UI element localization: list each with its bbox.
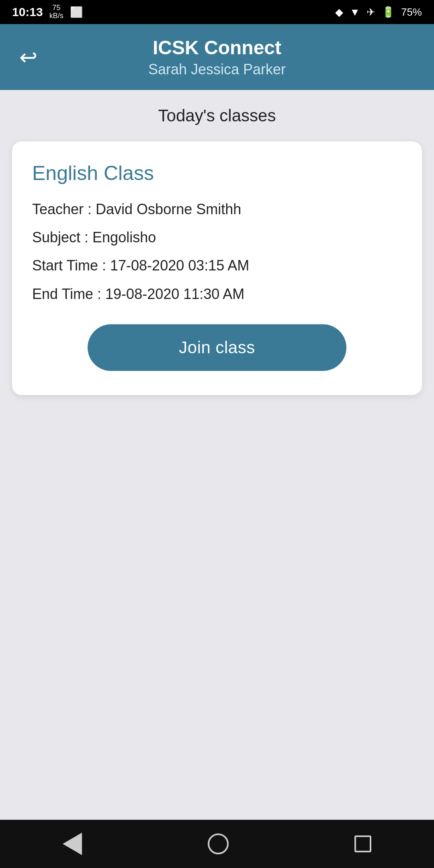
status-right: ◆ ▼ ✈ 🔋 75% — [335, 6, 422, 18]
back-icon: ↩ — [19, 44, 37, 70]
page-title: Today's classes — [12, 106, 422, 125]
signal-icon: ◆ — [335, 6, 343, 18]
airplane-icon: ✈ — [366, 6, 375, 18]
app-subtitle: Sarah Jessica Parker — [16, 61, 418, 78]
status-bar: 10:13 75 kB/s ⬜ ◆ ▼ ✈ 🔋 75% — [0, 0, 434, 24]
back-button[interactable]: ↩ — [16, 41, 41, 73]
speed-unit: kB/s — [49, 12, 63, 20]
app-bar: ↩ ICSK Connect Sarah Jessica Parker — [0, 24, 434, 90]
nav-home-button[interactable] — [192, 827, 245, 861]
subject-detail: Subject : Engolisho — [32, 227, 402, 248]
status-time: 10:13 — [12, 5, 43, 19]
home-nav-icon — [208, 833, 229, 854]
speed-value: 75 — [49, 4, 63, 12]
end-time-detail: End Time : 19-08-2020 11:30 AM — [32, 284, 402, 304]
recent-nav-icon — [354, 835, 371, 852]
teacher-detail: Teacher : David Osborne Smithh — [32, 199, 402, 219]
back-nav-icon — [63, 833, 82, 855]
status-speed: 75 kB/s — [49, 4, 63, 20]
join-class-button[interactable]: Join class — [88, 324, 346, 371]
screen-icon: ⬜ — [70, 6, 83, 18]
nav-back-button[interactable] — [47, 826, 98, 862]
battery-percent: 75% — [401, 6, 422, 18]
wifi-icon: ▼ — [350, 6, 360, 18]
bottom-nav — [0, 820, 434, 868]
start-time-detail: Start Time : 17-08-2020 03:15 AM — [32, 256, 402, 276]
app-title: ICSK Connect — [16, 36, 418, 59]
app-bar-title-container: ICSK Connect Sarah Jessica Parker — [16, 36, 418, 78]
class-name: English Class — [32, 162, 402, 185]
nav-recent-button[interactable] — [338, 829, 387, 859]
class-card: English Class Teacher : David Osborne Sm… — [12, 141, 422, 395]
main-content: Today's classes English Class Teacher : … — [0, 90, 434, 820]
battery-icon: 🔋 — [382, 6, 395, 18]
